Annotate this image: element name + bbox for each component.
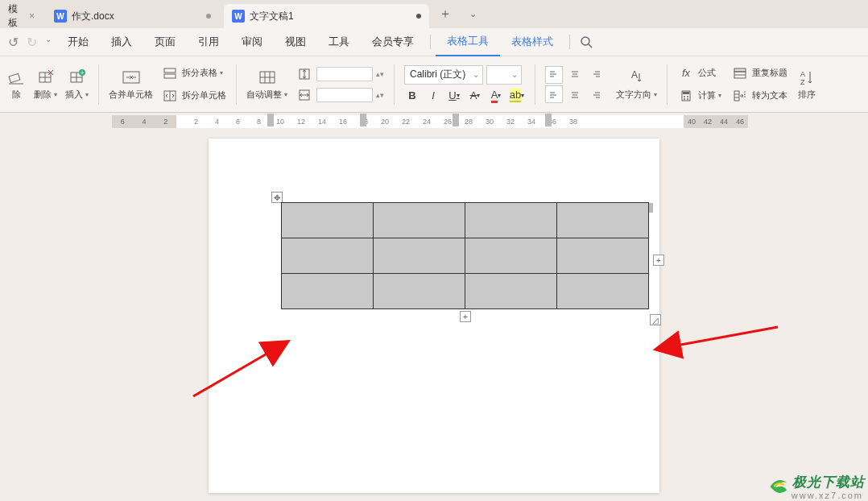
search-icon[interactable]: [580, 35, 593, 48]
delete-table-icon: [36, 68, 56, 87]
document-canvas[interactable]: ✥ + + ◿: [0, 130, 868, 501]
menu-table-style[interactable]: 表格样式: [500, 28, 564, 56]
table-cell[interactable]: [557, 238, 649, 274]
repeat-header-button[interactable]: 重复标题: [731, 64, 787, 82]
align-top-center[interactable]: [566, 66, 584, 84]
svg-rect-65: [267, 114, 274, 126]
font-size-select[interactable]: [486, 65, 522, 85]
font-color-button[interactable]: A▾: [488, 88, 504, 104]
menu-ref[interactable]: 引用: [187, 28, 230, 56]
underline-button[interactable]: U▾: [446, 88, 462, 104]
watermark-url: www.xz7.com: [792, 491, 863, 500]
ruler-column-marker[interactable]: [545, 114, 552, 130]
text-direction-button[interactable]: A 文字方向: [613, 66, 660, 102]
table-cell[interactable]: [374, 274, 465, 309]
separator: [236, 64, 237, 105]
align-mid-left[interactable]: [545, 85, 563, 103]
to-text-icon: [731, 87, 749, 105]
formula-button[interactable]: fx 公式: [677, 64, 721, 82]
calculator-icon: [677, 87, 695, 105]
row-height-icon: [296, 65, 313, 83]
new-tab-button[interactable]: ＋: [434, 3, 457, 26]
align-mid-center[interactable]: [566, 85, 584, 103]
tab-doc1[interactable]: W 作文.docx: [46, 4, 219, 28]
table-add-column-handle[interactable]: +: [653, 255, 664, 266]
col-width-button[interactable]: ▴▾: [296, 86, 384, 104]
col-width-icon: [296, 86, 313, 104]
table-row[interactable]: [282, 274, 649, 309]
table-cell[interactable]: [465, 274, 557, 309]
clear-button[interactable]: 除: [3, 66, 29, 102]
ruler-column-marker[interactable]: [360, 114, 366, 130]
strike-button[interactable]: A▾: [467, 88, 483, 104]
table-cell[interactable]: [282, 238, 374, 274]
align-top-right[interactable]: [587, 66, 605, 84]
font-family-select[interactable]: Calibri (正文): [404, 65, 483, 85]
tabs-bar: 模板 × W 作文.docx W 文字文稿1 ＋ ⌄: [0, 0, 868, 28]
table-cell[interactable]: [374, 238, 465, 274]
tab-doc2[interactable]: W 文字文稿1: [224, 4, 429, 28]
menu-insert[interactable]: 插入: [100, 28, 143, 56]
calculate-button[interactable]: 计算: [677, 87, 721, 105]
insert-button[interactable]: + 插入: [62, 66, 92, 102]
undo-icon[interactable]: ↺: [8, 35, 19, 50]
align-top-left[interactable]: [545, 66, 563, 84]
menu-view[interactable]: 视图: [274, 28, 317, 56]
word-icon: W: [54, 10, 67, 23]
table-cell[interactable]: [374, 203, 465, 238]
table-cell[interactable]: [465, 203, 557, 238]
table-cell[interactable]: [282, 274, 374, 309]
menu-start[interactable]: 开始: [56, 28, 100, 56]
menu-table-tools[interactable]: 表格工具: [436, 28, 500, 56]
table-row[interactable]: [282, 203, 649, 238]
svg-point-0: [581, 37, 589, 45]
tabs-dropdown-icon[interactable]: ⌄: [461, 3, 484, 26]
highlight-button[interactable]: ab▾: [509, 88, 525, 104]
row-height-button[interactable]: ▴▾: [296, 65, 384, 83]
table-cell[interactable]: [557, 274, 649, 309]
autofit-button[interactable]: 自动调整: [243, 66, 291, 102]
bold-button[interactable]: B: [404, 88, 420, 104]
table-cell[interactable]: [465, 238, 557, 274]
separator: [98, 64, 99, 105]
split-cell-icon: [161, 87, 179, 105]
word-icon: W: [232, 10, 245, 23]
merge-cells-button[interactable]: 合并单元格: [105, 66, 156, 102]
horizontal-ruler[interactable]: 6 4 2 2 4 6 8 10 12 14 16 18 20 22 24 26…: [0, 113, 868, 130]
delete-button[interactable]: 删除: [31, 66, 60, 102]
split-cell-button[interactable]: 拆分单元格: [161, 87, 226, 105]
sort-button[interactable]: AZ 排序: [794, 66, 820, 102]
table-move-handle[interactable]: ✥: [271, 192, 283, 203]
align-mid-right[interactable]: [587, 85, 605, 103]
separator: [569, 35, 570, 49]
menu-tools[interactable]: 工具: [317, 28, 361, 56]
menu-member[interactable]: 会员专享: [361, 28, 425, 56]
table-cell[interactable]: [282, 203, 374, 238]
to-text-button[interactable]: 转为文本: [731, 87, 787, 105]
table-add-row-handle[interactable]: +: [460, 311, 471, 322]
svg-text:A: A: [631, 69, 638, 81]
menu-review[interactable]: 审阅: [230, 28, 274, 56]
tab-template[interactable]: 模板 ×: [0, 4, 36, 28]
tab-label: 模板: [8, 2, 18, 30]
menu-bar: ↺ ↻ ⌄ 开始 插入 页面 引用 审阅 视图 工具 会员专享 表格工具 表格样…: [0, 28, 868, 56]
close-icon[interactable]: ×: [29, 10, 35, 22]
fx-icon: fx: [677, 64, 695, 82]
svg-point-50: [684, 96, 685, 97]
selected-table[interactable]: [281, 202, 649, 309]
separator: [394, 64, 395, 105]
document-page[interactable]: ✥ + + ◿: [209, 139, 659, 493]
svg-rect-68: [545, 114, 552, 126]
italic-button[interactable]: I: [425, 88, 441, 104]
autofit-icon: [258, 68, 277, 87]
split-table-button[interactable]: 拆分表格: [161, 64, 226, 82]
ruler-column-marker[interactable]: [453, 114, 459, 130]
redo-icon[interactable]: ↻: [27, 35, 37, 50]
menu-dropdown-icon[interactable]: ⌄: [45, 35, 52, 50]
table-row[interactable]: [282, 238, 649, 274]
table-cell[interactable]: [557, 203, 649, 238]
menu-page[interactable]: 页面: [143, 28, 187, 56]
table-resize-handle[interactable]: ◿: [650, 314, 661, 325]
ruler-column-marker[interactable]: [267, 114, 274, 130]
tab-label: 文字文稿1: [250, 10, 294, 23]
